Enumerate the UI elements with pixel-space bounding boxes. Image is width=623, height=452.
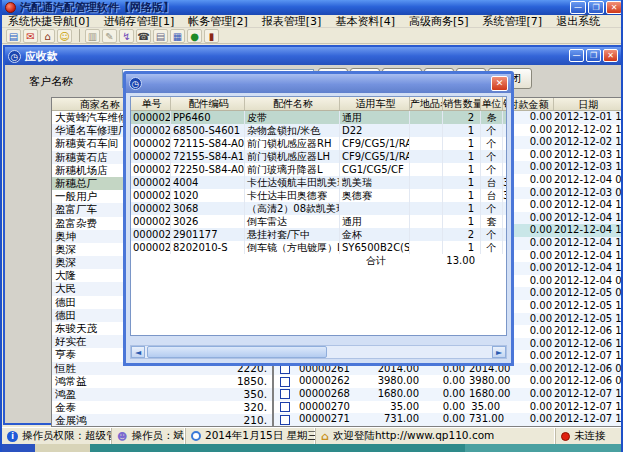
col-unit[interactable]: 单位 (481, 97, 503, 110)
child-close-button[interactable]: ✕ (603, 49, 618, 62)
grid-row[interactable]: 00000262 3980.00 0.00 3980.00 0.00 2012-… (274, 375, 623, 388)
globe-icon[interactable]: ● (187, 29, 202, 43)
parts-row[interactable]: 00000230 3068 （高清2）08款凯美瑞摄像头 1 个 (131, 202, 506, 215)
cell-part-code: 68500-S4601 (171, 124, 245, 137)
flash-icon[interactable]: ↯ (119, 29, 134, 43)
document-icon[interactable]: ▥ (85, 29, 100, 43)
fax-icon[interactable]: ▤ (153, 29, 168, 43)
parts-row[interactable]: 00000230 PP6460 皮带 通用 2 条 (131, 111, 506, 124)
menu-item[interactable]: 高级商务[5] (409, 14, 469, 29)
menu-item[interactable]: 帐务管理[2] (188, 14, 248, 29)
menu-item[interactable]: 退出系统 (556, 14, 600, 29)
grid-row[interactable]: 00000271 731.00 0.00 731.00 0.00 2012-12… (274, 413, 623, 426)
cell-amount: 731.00 (350, 413, 423, 426)
cell-doc-no: 00000262 (296, 375, 350, 388)
parts-row[interactable]: 00000230 72115-S84-A01 前门锁机感应器RH CF9/CG5… (131, 137, 506, 150)
mail-icon[interactable]: ✉ (23, 29, 38, 43)
bank-icon[interactable]: ⌂ (40, 29, 55, 43)
dialog-close-button[interactable]: ✕ (491, 76, 508, 91)
operator-icon: ☻ (117, 431, 127, 442)
cell-date: 2012-12-07 15:09:3 (554, 413, 623, 426)
row-checkbox[interactable] (280, 389, 290, 399)
cell-unit: 台 (481, 189, 503, 202)
dialog-horizontal-scrollbar[interactable]: ◄ ► (130, 345, 507, 359)
cell-date: 2012-12-07 12:42:0 (554, 388, 623, 401)
merchant-row[interactable]: 金泰 320. (52, 401, 272, 414)
exit-icon[interactable]: ▮ (204, 29, 219, 43)
cell-sales-amount-clipped (503, 124, 507, 137)
cell-date: 2012-12-07 14:14:2 (554, 401, 623, 414)
cell-date: 2012-12-04 00:00:0 (554, 275, 623, 288)
edit-icon[interactable]: ✎ (102, 29, 117, 43)
status-connection-section: 未连接 (556, 428, 623, 444)
col-car-model[interactable]: 适用车型 (340, 97, 410, 110)
cell-origin (410, 202, 443, 215)
cell-sales-amount-clipped (503, 228, 507, 241)
child-minimize-button[interactable]: — (569, 49, 584, 62)
cell-part-name: 前门锁机感应器RH (245, 137, 340, 150)
cell-date: 2012-12-04 11:41:2 (554, 212, 623, 225)
col-part-name[interactable]: 配件名称 (245, 97, 340, 110)
parts-row[interactable]: 00000230 1020 卡仕达丰田奥德赛 奥德赛 1 台 3 (131, 189, 506, 202)
cell-origin (410, 189, 443, 202)
col-qty[interactable]: 销售数量 (443, 97, 481, 110)
col-doc-no[interactable]: 单号 (131, 97, 171, 110)
row-checkbox-cell (274, 413, 296, 426)
menu-item[interactable]: 基本资料[4] (335, 14, 395, 29)
parts-row[interactable]: 00000230 68500-S4601 杂物盒锁扣/米色 D22 1 个 (131, 124, 506, 137)
smiley-icon[interactable]: ☺ (57, 29, 72, 43)
row-checkbox[interactable] (280, 415, 290, 425)
cell-qty: 1 (443, 189, 481, 202)
child-restore-button[interactable]: ❐ (586, 49, 601, 62)
scroll-thumb[interactable] (147, 346, 327, 358)
cell-date: 2012-12-06 00:00:0 (554, 375, 623, 388)
toolbar: ▤ ✉ ⌂ ☺ ▥ ✎ ↯ ☎ ▤ ▦ ● ▮ (2, 28, 623, 44)
cell-date: 2012-12-05 11:28:0 (554, 300, 623, 313)
menu-item[interactable]: 报表管理[3] (262, 14, 322, 29)
row-checkbox[interactable] (280, 377, 290, 387)
cards-icon[interactable]: ▦ (170, 29, 185, 43)
scroll-left-icon[interactable]: ◄ (131, 346, 145, 358)
menu-item[interactable]: 进销存管理[1] (104, 14, 175, 29)
parts-row[interactable]: 00000230 8202010-S 倒车镜（方电镀厚）LH SY6500B2C… (131, 241, 506, 254)
cell-part-name: 倒车雷达 (245, 215, 340, 228)
cell-amount: 1680.00 (350, 388, 423, 401)
cell-date: 2012-12-04 14:07:2 (554, 224, 623, 237)
status-permission-section: i 操作员权限：超级管理 (2, 428, 112, 444)
grid-row[interactable]: 00000270 35.00 0.00 35.00 0.00 2012-12-0… (274, 401, 623, 414)
cell-part-name: 皮带 (245, 111, 340, 124)
parts-row[interactable]: 00000230 4004 卡仕达领航丰田凯美瑞（8寸） 凯美瑞 1 台 3 (131, 176, 506, 189)
merchant-row[interactable]: 鸿常益 1850. (52, 375, 272, 388)
restore-button[interactable]: ❐ (588, 1, 604, 14)
cell-doc-no: 00000271 (296, 413, 350, 426)
scroll-right-icon[interactable]: ► (492, 346, 506, 358)
phone-icon[interactable]: ☎ (136, 29, 151, 43)
cell-car-model (340, 202, 410, 215)
col-part-code[interactable]: 配件编码 (171, 97, 245, 110)
menu-item[interactable]: 系统快捷导航[0] (8, 14, 90, 29)
row-checkbox[interactable] (280, 402, 290, 412)
cell-doc-no: 00000230 (131, 150, 171, 163)
minimize-button[interactable]: — (570, 1, 586, 14)
cell-part-code: 3068 (171, 202, 245, 215)
open-folder-icon[interactable]: ▤ (6, 29, 21, 43)
taskbar-segment (2, 444, 35, 452)
cell-doc-no: 00000230 (131, 124, 171, 137)
col-origin[interactable]: 产地品名 (410, 97, 443, 110)
merchant-row[interactable]: 鸿盈 350. (52, 388, 272, 401)
close-button[interactable]: ✕ (606, 1, 622, 14)
cell-date: 2012-12-04 17:06:0 (554, 262, 623, 275)
parts-row[interactable]: 00000230 72155-S84-A11 前门锁机感应器LH CF9/CG5… (131, 150, 506, 163)
parts-row[interactable]: 00000230 3026 倒车雷达 通用 1 套 (131, 215, 506, 228)
merchant-row[interactable]: 金展鸿 210. (52, 414, 272, 427)
grid-row[interactable]: 00000268 1680.00 0.00 1680.00 0.00 2012-… (274, 388, 623, 401)
parts-row[interactable]: 00000230 2901177 悬挂衬套/下中 金杯 2 个 (131, 228, 506, 241)
cell-amount: 0.00 (423, 388, 469, 401)
cell-part-code: 3026 (171, 215, 245, 228)
grid-header-date[interactable]: 日期 (554, 98, 623, 110)
col-sales-amount-clipped[interactable]: 销 (503, 97, 507, 110)
menu-item[interactable]: 系统管理[7] (483, 14, 543, 29)
parts-row[interactable]: 00000230 72250-S84-A02 前门玻璃升降器L CG1/CG5/… (131, 163, 506, 176)
menu-bar: 系统快捷导航[0]进销存管理[1]帐务管理[2]报表管理[3]基本资料[4]高级… (2, 15, 623, 28)
status-datetime-section: 2014年1月15日 星期三 16:29:40 (186, 428, 316, 444)
